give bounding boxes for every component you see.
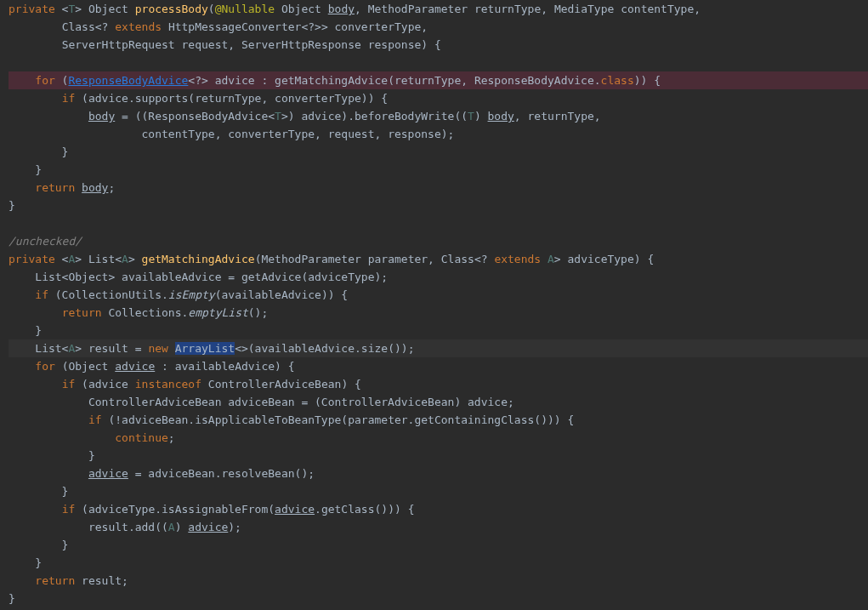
annotation-nullable: @Nullable xyxy=(215,3,275,15)
link-responsebodyadvice[interactable]: ResponseBodyAdvice xyxy=(68,74,188,87)
code-line: } xyxy=(9,161,868,179)
code-line: return Collections.emptyList(); xyxy=(9,304,868,322)
blank-line xyxy=(9,54,868,71)
code-line: } xyxy=(9,322,868,339)
comment-unchecked: /unchecked/ xyxy=(9,235,82,248)
code-line: contentType, converterType, request, res… xyxy=(9,125,868,143)
code-line: Class<? extends HttpMessageConverter<?>>… xyxy=(9,18,868,36)
code-line: continue; xyxy=(9,429,868,447)
method-name: processBody xyxy=(135,3,208,15)
current-line: List<A> result = new ArrayList<>(availab… xyxy=(9,339,868,357)
code-line: body = ((ResponseBodyAdvice<T>) advice).… xyxy=(9,107,868,125)
code-line: List<Object> availableAdvice = getAdvice… xyxy=(9,268,868,286)
code-line: if (advice.supports(returnType, converte… xyxy=(9,89,868,107)
code-line: return result; xyxy=(9,572,868,590)
code-line: advice = adviceBean.resolveBean(); xyxy=(9,465,868,482)
code-line: } xyxy=(9,143,868,161)
code-line: private <A> List<A> getMatchingAdvice(Me… xyxy=(9,250,868,268)
type-param: T xyxy=(68,3,75,15)
code-line: return body; xyxy=(9,179,868,197)
code-line: if (advice instanceof ControllerAdviceBe… xyxy=(9,375,868,393)
code-line: } xyxy=(9,536,868,554)
code-line: } xyxy=(9,482,868,500)
keyword-private: private xyxy=(9,3,55,15)
code-editor[interactable]: private <T> Object processBody(@Nullable… xyxy=(0,0,868,607)
code-line: /unchecked/ xyxy=(9,232,868,250)
code-line: private <T> Object processBody(@Nullable… xyxy=(9,0,868,18)
param-body: body xyxy=(328,3,355,15)
selection-arraylist[interactable]: ArrayList xyxy=(175,342,235,355)
code-line: result.add((A) advice); xyxy=(9,518,868,536)
highlighted-line: for (ResponseBodyAdvice<?> advice : getM… xyxy=(9,71,868,89)
code-line: ControllerAdviceBean adviceBean = (Contr… xyxy=(9,393,868,411)
code-line: for (Object advice : availableAdvice) { xyxy=(9,357,868,375)
code-line: if (!adviceBean.isApplicableToBeanType(p… xyxy=(9,411,868,429)
type: Object xyxy=(88,3,128,15)
code-line: ServerHttpRequest request, ServerHttpRes… xyxy=(9,36,868,54)
code-line: } xyxy=(9,554,868,572)
method-name: getMatchingAdvice xyxy=(142,253,255,265)
code-line: if (adviceType.isAssignableFrom(advice.g… xyxy=(9,500,868,518)
code-line: } xyxy=(9,447,868,465)
code-line: } xyxy=(9,590,868,607)
code-line: } xyxy=(9,197,868,214)
blank-line xyxy=(9,214,868,232)
code-line: if (CollectionUtils.isEmpty(availableAdv… xyxy=(9,286,868,304)
